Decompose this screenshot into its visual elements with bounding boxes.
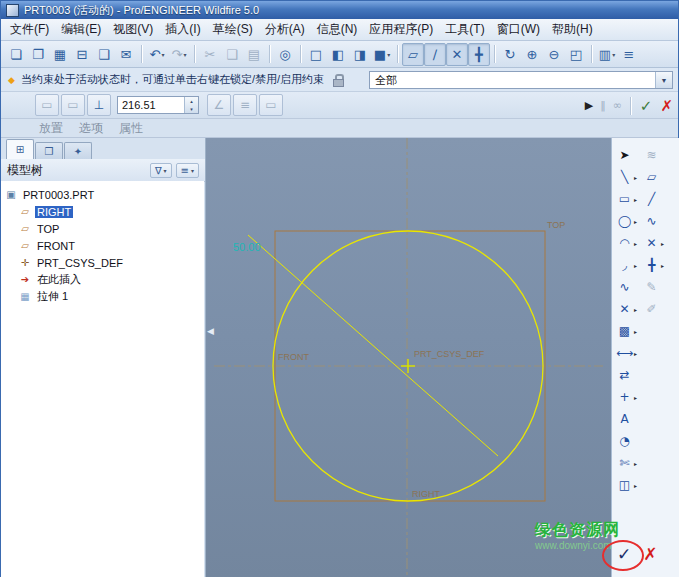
copy-model-icon[interactable]: ❑ (93, 43, 115, 66)
sketch-tool-button[interactable] (642, 432, 661, 451)
dashboard-cancel-button[interactable]: ✗ (660, 97, 673, 115)
menu-item[interactable]: 文件(F) (4, 19, 55, 40)
flyout-arrow-icon[interactable]: ▸ (634, 460, 642, 467)
tree-item-top-plane[interactable]: ▱ TOP (4, 220, 201, 237)
flyout-arrow-icon[interactable]: ▸ (634, 196, 642, 203)
flyout-arrow-icon[interactable]: ▸ (661, 262, 669, 269)
menu-item[interactable]: 插入(I) (159, 19, 206, 40)
flyout-arrow-icon[interactable]: ▸ (634, 218, 642, 225)
datum-label-front[interactable]: FRONT (278, 352, 309, 362)
no-hidden-display-icon[interactable]: ◨ (349, 43, 371, 66)
sketch-tool-button[interactable] (642, 410, 661, 429)
menu-item[interactable]: 帮助(H) (546, 19, 599, 40)
menu-item[interactable]: 分析(A) (259, 19, 311, 40)
tree-item-insert-here[interactable]: ➔ 在此插入 (4, 271, 201, 288)
annotate-pen-icon[interactable]: ✐ (642, 300, 661, 319)
use-edge-tool-icon[interactable]: ▩ (615, 322, 634, 341)
spin-up-icon[interactable]: ▴ (185, 97, 198, 105)
tree-item-front-plane[interactable]: ▱ FRONT (4, 237, 201, 254)
print-icon[interactable]: ⊟ (71, 43, 93, 66)
dimension-tool-icon[interactable]: ⟷ (615, 344, 634, 363)
point-tool-icon[interactable]: ✕ (642, 234, 661, 253)
flyout-arrow-icon[interactable]: ▸ (634, 174, 642, 181)
repaint-icon[interactable]: ↻ (499, 43, 521, 66)
parallelogram-tool-icon[interactable]: ▱ (642, 168, 661, 187)
text-tool-icon[interactable]: A (615, 410, 634, 429)
tree-item-extrude[interactable]: ▦ 拉伸 1 (4, 288, 201, 305)
value-spinner[interactable]: ▴ ▾ (184, 97, 198, 113)
tree-show-button[interactable]: ∇▾ (150, 163, 172, 178)
separator[interactable] (265, 43, 274, 66)
csys-tool-icon[interactable]: ╋ (642, 256, 661, 275)
spin-down-icon[interactable]: ▾ (185, 105, 198, 113)
constraint-display-icon[interactable]: ⊥ (87, 94, 111, 116)
layers-icon[interactable]: ≡ (618, 43, 640, 66)
separator[interactable] (587, 43, 596, 66)
tree-item-right-plane[interactable]: ▱ RIGHT (4, 203, 201, 220)
datum-plane-toggle-icon[interactable]: ▱ (402, 43, 424, 66)
dimension-value-input[interactable] (118, 97, 184, 113)
reference-box-icon[interactable]: ▭ (259, 94, 283, 116)
shaded-display-icon[interactable]: ■▾ (371, 43, 393, 66)
point-create-tool-icon[interactable]: ✕ (615, 300, 634, 319)
tree-item-csys[interactable]: ✛ PRT_CSYS_DEF (4, 254, 201, 271)
sketch-tool-button[interactable] (642, 344, 661, 363)
sketch-tool-button[interactable] (642, 322, 661, 341)
csys-label[interactable]: PRT_CSYS_DEF (414, 349, 485, 359)
datum-label-top[interactable]: TOP (547, 220, 565, 230)
divide-tool-icon[interactable]: ╱ (642, 190, 661, 209)
menu-item[interactable]: 信息(N) (311, 19, 364, 40)
trim-tool-icon[interactable]: ✄ (615, 454, 634, 473)
hidden-line-display-icon[interactable]: ◧ (327, 43, 349, 66)
sketch-quit-button[interactable]: ✗ (643, 544, 657, 564)
select-tool-icon[interactable]: ➤ (615, 146, 634, 165)
menu-item[interactable]: 工具(T) (439, 19, 490, 40)
arc-tool-icon[interactable]: ◠ (615, 234, 634, 253)
menu-item[interactable]: 应用程序(P) (363, 19, 439, 40)
wireframe-display-icon[interactable]: □ (305, 43, 327, 66)
mail-icon[interactable]: ✉ (115, 43, 137, 66)
sketch-tool-button[interactable] (642, 476, 661, 495)
constrain-tool-icon[interactable]: + (615, 388, 634, 407)
separator[interactable] (490, 43, 499, 66)
combobox-arrow-icon[interactable]: ▼ (655, 72, 672, 88)
preview-glasses-icon[interactable]: ∞ (613, 99, 622, 112)
paste-icon[interactable]: ▤ (243, 43, 265, 66)
modify-tool-icon[interactable]: ⇄ (615, 366, 634, 385)
flyout-arrow-icon[interactable]: ▸ (634, 240, 642, 247)
line-tool-icon[interactable]: ╲ (615, 168, 634, 187)
refit-icon[interactable]: ◰ (565, 43, 587, 66)
flyout-arrow-icon[interactable]: ▸ (634, 306, 642, 313)
menu-item[interactable]: 草绘(S) (207, 19, 259, 40)
saved-views-icon[interactable]: ▥▾ (596, 43, 618, 66)
undo-icon[interactable]: ↶▾ (146, 43, 168, 66)
pause-icon[interactable]: ‖ (600, 99, 606, 112)
search-icon[interactable]: ◎ (274, 43, 296, 66)
menu-item[interactable]: 编辑(E) (55, 19, 107, 40)
separator[interactable] (296, 43, 305, 66)
save-icon[interactable]: ▦ (49, 43, 71, 66)
palette-tool-icon[interactable]: ◔ (615, 432, 634, 451)
dashboard-tab[interactable]: 属性 (119, 120, 143, 137)
continue-section-icon[interactable]: ▶ (585, 99, 593, 112)
dashboard-tab[interactable]: 选项 (79, 120, 103, 137)
model-tree-tab[interactable]: ⊞ (6, 139, 34, 159)
zoom-out-icon[interactable]: ⊖ (543, 43, 565, 66)
dashboard-ok-button[interactable]: ✓ (640, 97, 653, 115)
datum-axis-toggle-icon[interactable]: ∕ (424, 43, 446, 66)
flyout-arrow-icon[interactable]: ▸ (634, 262, 642, 269)
angle-dimension-icon[interactable]: ∠ (207, 94, 231, 116)
menu-item[interactable]: 视图(V) (107, 19, 159, 40)
flyout-arrow-icon[interactable]: ▸ (634, 482, 642, 489)
dashboard-tab[interactable]: 放置 (39, 120, 63, 137)
flyout-arrow-icon[interactable]: ▸ (634, 394, 642, 401)
separator[interactable] (393, 43, 402, 66)
tree-settings-button[interactable]: ≡▾ (176, 163, 199, 178)
new-file-icon[interactable]: ❏ (5, 43, 27, 66)
separator[interactable] (137, 43, 146, 66)
open-file-icon[interactable]: ❐ (27, 43, 49, 66)
rectangle-tool-icon[interactable]: ▭ (615, 190, 634, 209)
fillet-tool-icon[interactable]: ◞ (615, 256, 634, 275)
dimension-value-label[interactable]: 50.00 (233, 241, 261, 253)
spline-tool-icon[interactable]: ∿ (615, 278, 634, 297)
